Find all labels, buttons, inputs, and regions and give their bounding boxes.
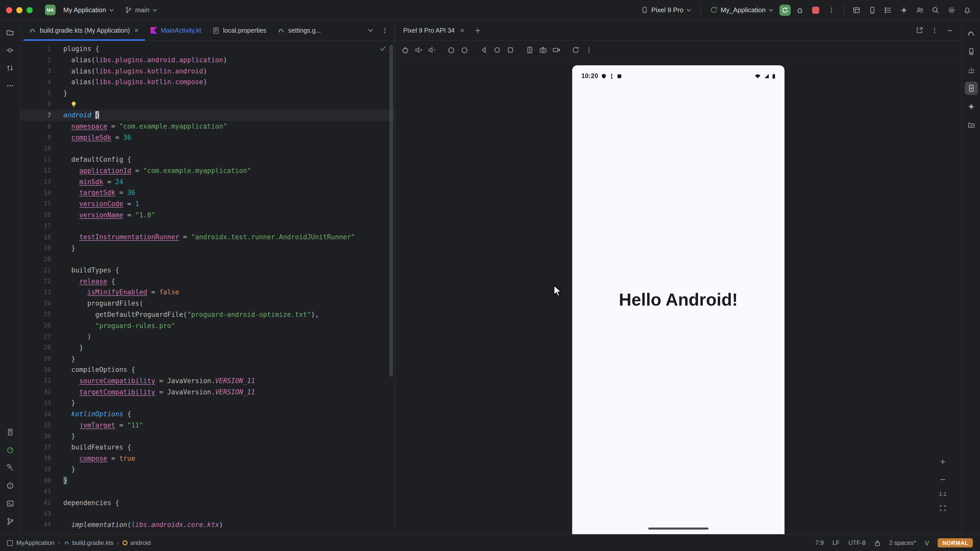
problems-icon[interactable] xyxy=(3,479,17,492)
restart-icon[interactable] xyxy=(570,44,582,56)
build-icon[interactable] xyxy=(3,461,17,475)
project-menu[interactable]: My Application xyxy=(60,4,118,16)
layout-inspector-button[interactable] xyxy=(850,3,863,17)
code-line[interactable]: 22 release { xyxy=(21,276,395,287)
more-run-actions-button[interactable] xyxy=(825,3,838,17)
code-line[interactable]: 1plugins { xyxy=(21,43,395,54)
code-line[interactable]: 20 xyxy=(21,254,395,265)
lock-icon[interactable] xyxy=(874,540,880,546)
code-line[interactable]: 14 targetSdk = 36 xyxy=(21,187,395,198)
code-line[interactable]: 42dependencies { xyxy=(21,497,395,508)
code-line[interactable]: 6 xyxy=(21,99,395,110)
zoom-in-icon[interactable] xyxy=(936,455,950,468)
breadcrumb-project[interactable]: MyApplication xyxy=(16,539,54,546)
code-line[interactable]: 41 xyxy=(21,486,395,497)
code-line[interactable]: 23 isMinifyEnabled = false xyxy=(21,287,395,298)
emulator-screen[interactable]: 10:20 Hello Android! xyxy=(572,65,784,534)
encoding-widget[interactable]: UTF-8 xyxy=(848,539,865,546)
code-line[interactable]: 39 } xyxy=(21,464,395,475)
code-line[interactable]: 3 alias(libs.plugins.kotlin.android) xyxy=(21,65,395,76)
more-tools-icon[interactable] xyxy=(3,79,17,92)
zoom-out-icon[interactable] xyxy=(936,473,950,486)
code-with-me-button[interactable] xyxy=(913,3,926,17)
code-editor[interactable]: 1plugins {2 alias(libs.plugins.android.a… xyxy=(21,41,395,534)
device-explorer-icon[interactable] xyxy=(964,118,978,132)
code-line[interactable]: 34 kotlinOptions { xyxy=(21,408,395,419)
code-line[interactable]: 18 testInstrumentationRunner = "androidx… xyxy=(21,231,395,242)
app-quality-insights-icon[interactable] xyxy=(964,63,978,76)
run-button[interactable] xyxy=(780,4,791,16)
terminal-icon[interactable] xyxy=(3,497,17,510)
version-control-icon[interactable] xyxy=(3,515,17,528)
settings-button[interactable] xyxy=(945,3,958,17)
notifications-button[interactable] xyxy=(961,3,974,17)
device-manager-button[interactable] xyxy=(865,3,879,17)
tab-local-properties[interactable]: local.properties xyxy=(207,21,272,40)
gemini-icon[interactable] xyxy=(964,100,978,113)
running-devices-icon[interactable] xyxy=(964,82,978,95)
code-line[interactable]: 13 minSdk = 24 xyxy=(21,176,395,187)
power-icon[interactable] xyxy=(399,44,411,56)
code-line[interactable]: 10 xyxy=(21,143,395,154)
code-line[interactable]: 11 defaultConfig { xyxy=(21,154,395,165)
new-device-tab-button[interactable] xyxy=(471,24,485,37)
indent-widget[interactable]: 2 spaces* xyxy=(889,539,916,546)
checklist-button[interactable] xyxy=(881,3,895,17)
commit-icon[interactable] xyxy=(3,43,17,57)
home-icon[interactable] xyxy=(491,44,503,56)
code-line[interactable]: 30 compileOptions { xyxy=(21,364,395,375)
code-line[interactable]: 8 namespace = "com.example.myapplication… xyxy=(21,121,395,132)
rotate-left-icon[interactable] xyxy=(445,44,457,56)
code-line[interactable]: 25 getDefaultProguardFile("proguard-andr… xyxy=(21,309,395,320)
close-device-tab-icon[interactable]: × xyxy=(460,26,465,35)
tab-build-gradle[interactable]: build.gradle.kts (My Application) × xyxy=(24,21,145,40)
code-line[interactable]: 4 alias(libs.plugins.kotlin.compose) xyxy=(21,76,395,87)
volume-down-icon[interactable] xyxy=(426,44,438,56)
overview-icon[interactable] xyxy=(504,44,517,56)
ideavim-icon[interactable]: V xyxy=(924,539,929,547)
code-line[interactable]: 37 buildFeatures { xyxy=(21,442,395,453)
breadcrumb-file[interactable]: build.gradle.kts xyxy=(64,539,113,546)
code-line[interactable]: 9 compileSdk = 36 xyxy=(21,132,395,143)
code-line[interactable]: 21 buildTypes { xyxy=(21,265,395,276)
code-line[interactable]: 40} xyxy=(21,475,395,486)
rotate-right-icon[interactable] xyxy=(458,44,471,56)
device-manager-icon[interactable] xyxy=(964,45,978,58)
line-separator-widget[interactable]: LF xyxy=(832,539,840,546)
tab-settings-gradle[interactable]: settings.g... xyxy=(272,21,327,40)
gradle-icon[interactable] xyxy=(964,27,978,40)
navigation-pill[interactable] xyxy=(648,527,708,530)
code-line[interactable]: 7android { xyxy=(21,110,395,121)
tab-options-button[interactable] xyxy=(378,24,391,37)
search-everywhere-button[interactable] xyxy=(929,3,942,17)
project-folder-icon[interactable] xyxy=(3,25,17,39)
fold-icon[interactable] xyxy=(524,44,536,56)
code-line[interactable]: 26 "proguard-rules.pro" xyxy=(21,320,395,331)
code-line[interactable]: 33 } xyxy=(21,397,395,408)
hidden-tabs-button[interactable] xyxy=(364,24,377,37)
code-line[interactable]: 28 } xyxy=(21,342,395,353)
code-line[interactable]: 15 versionCode = 1 xyxy=(21,198,395,209)
debug-button[interactable] xyxy=(793,3,807,17)
open-in-window-button[interactable] xyxy=(913,24,926,37)
code-line[interactable]: 31 sourceCompatibility = JavaVersion.VER… xyxy=(21,375,395,386)
code-line[interactable]: 32 targetCompatibility = JavaVersion.VER… xyxy=(21,386,395,397)
code-line[interactable]: 12 applicationId = "com.example.myapplic… xyxy=(21,165,395,176)
snapshot-camera-icon[interactable] xyxy=(537,44,549,56)
code-line[interactable]: 5} xyxy=(21,88,395,99)
code-line[interactable]: 17 xyxy=(21,221,395,231)
inspections-widget[interactable] xyxy=(379,45,387,52)
editor-scrollbar[interactable] xyxy=(390,45,393,376)
code-line[interactable]: 2 alias(libs.plugins.android.application… xyxy=(21,54,395,65)
panel-options-button[interactable] xyxy=(928,24,941,37)
back-icon[interactable] xyxy=(478,44,490,56)
device-tab[interactable]: Pixel 9 Pro API 34 × xyxy=(403,26,465,35)
intention-bulb-icon[interactable] xyxy=(70,101,77,108)
ai-assistant-button[interactable] xyxy=(897,3,911,17)
pull-requests-icon[interactable] xyxy=(3,61,17,75)
code-line[interactable]: 27 ) xyxy=(21,331,395,342)
zoom-window-button[interactable] xyxy=(27,7,33,13)
breadcrumb-symbol[interactable]: android xyxy=(123,539,151,546)
code-line[interactable]: 44 implementation(libs.androidx.core.ktx… xyxy=(21,519,395,530)
code-line[interactable]: 24 proguardFiles( xyxy=(21,298,395,309)
